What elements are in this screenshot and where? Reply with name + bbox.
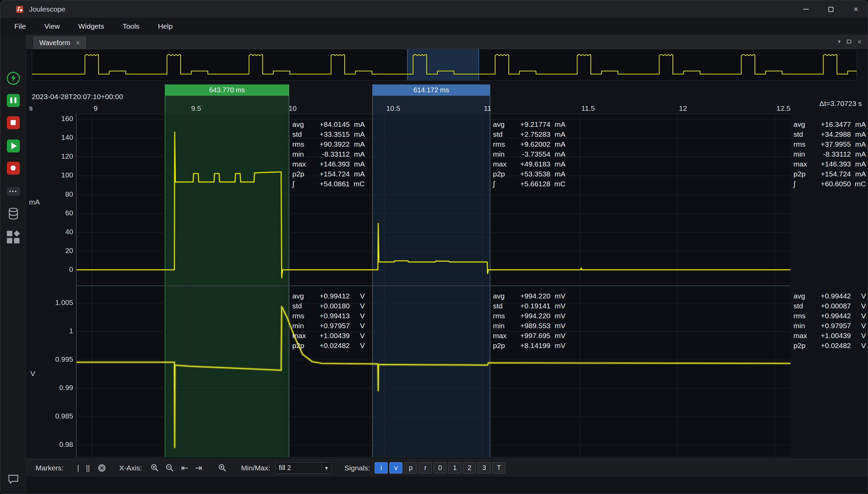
stat-value: +146.393 — [811, 160, 851, 168]
stat-row: std+2.75283mA — [493, 129, 565, 139]
markers-label: Markers: — [36, 464, 64, 472]
stat-unit: mA — [550, 170, 565, 178]
menu-tools[interactable]: Tools — [113, 18, 149, 35]
stat-label: ∫ — [793, 180, 811, 188]
signal-button-0[interactable]: 0 — [433, 462, 446, 473]
dock-close-icon[interactable]: × — [857, 38, 862, 46]
current-stats-green-region: avg+84.0145mAstd+33.3515mArms+90.3922mAm… — [292, 119, 365, 189]
stat-value: +37.9955 — [811, 140, 851, 148]
signal-button-v[interactable]: v — [389, 462, 402, 473]
stat-unit: V — [350, 302, 365, 310]
current-y-tick-label: 60 — [40, 209, 73, 217]
stat-row: avg+994.220mV — [493, 291, 565, 301]
marker-dual-button[interactable]: || — [84, 464, 92, 472]
stat-value: +0.97957 — [811, 322, 851, 330]
x-tick-label: 11 — [484, 104, 491, 112]
stat-label: min — [493, 150, 510, 158]
pause-icon — [7, 94, 20, 107]
pause-button[interactable] — [6, 93, 20, 107]
signal-button-3[interactable]: 3 — [478, 462, 491, 473]
play-icon — [7, 139, 20, 152]
stat-value: +84.0145 — [309, 120, 350, 129]
x-tick-label: 11.5 — [582, 104, 595, 112]
stat-row: min-3.73554mA — [493, 149, 565, 159]
memory-buffer-button[interactable] — [6, 206, 20, 221]
stop-button[interactable] — [6, 116, 20, 130]
stat-unit: V — [350, 322, 365, 330]
x-tick-label: 9.5 — [191, 104, 201, 112]
maximize-button[interactable] — [818, 0, 843, 18]
ellipsis-icon: ••• — [6, 187, 20, 196]
stat-unit: mA — [350, 130, 365, 138]
signals-group: ivpr0123T — [375, 462, 507, 473]
stat-label: p2p — [793, 342, 811, 350]
menu-widgets[interactable]: Widgets — [69, 18, 113, 35]
pan-left-button[interactable]: ⇤ — [179, 463, 190, 473]
signal-button-i[interactable]: i — [375, 462, 388, 473]
stat-value: +1.00439 — [309, 332, 350, 340]
stat-value: +33.3515 — [309, 130, 350, 138]
stat-label: avg — [793, 292, 811, 300]
stat-unit: mA — [851, 130, 866, 138]
signal-button-1[interactable]: 1 — [448, 462, 461, 473]
stat-row: p2p+154.724mA — [793, 169, 866, 179]
voltage-plot-svg[interactable] — [76, 285, 790, 457]
stat-row: max+146.393mA — [292, 159, 365, 169]
widgets-button[interactable] — [6, 230, 20, 244]
tab-close-icon[interactable]: × — [76, 39, 80, 47]
signal-button-2[interactable]: 2 — [463, 462, 476, 473]
stat-label: p2p — [793, 170, 811, 178]
xaxis-unit-label: s — [29, 104, 33, 112]
stat-label: min — [793, 322, 811, 330]
menu-help[interactable]: Help — [149, 18, 182, 35]
stat-label: p2p — [493, 342, 510, 350]
stat-unit: mA — [851, 150, 866, 158]
signal-button-T[interactable]: T — [492, 462, 505, 473]
energy-button[interactable] — [6, 71, 20, 85]
more-options-button[interactable]: ••• — [6, 184, 20, 198]
menu-file[interactable]: File — [5, 18, 35, 35]
stat-value: +9.21774 — [510, 120, 550, 129]
float-dock-icon[interactable] — [847, 40, 851, 43]
tab-waveform[interactable]: Waveform × — [34, 37, 86, 49]
chevron-down-icon[interactable]: ▾ — [838, 38, 841, 45]
stat-label: min — [292, 150, 309, 158]
stat-unit: mV — [550, 312, 565, 320]
close-icon: × — [853, 4, 858, 14]
close-button[interactable]: × — [843, 0, 868, 18]
pan-right-button[interactable]: ⇥ — [192, 463, 204, 473]
zoom-in-button[interactable] — [149, 462, 160, 474]
overview-strip[interactable] — [32, 49, 857, 81]
stat-unit: V — [350, 292, 365, 300]
minmax-select[interactable]: fill 2 ▾ — [275, 462, 332, 474]
stat-label: max — [493, 160, 510, 168]
stat-label: avg — [493, 292, 510, 300]
record-button[interactable] — [6, 161, 20, 175]
menu-view[interactable]: View — [35, 18, 69, 35]
minimize-button[interactable] — [793, 0, 818, 18]
zoom-out-button[interactable] — [164, 462, 175, 474]
stat-row: avg+9.21774mA — [493, 119, 565, 129]
marker-clear-button[interactable] — [96, 462, 108, 474]
stat-unit: mV — [550, 322, 565, 330]
feedback-button[interactable] — [6, 472, 20, 486]
stat-row: p2p+154.724mA — [292, 169, 365, 179]
stat-unit: mA — [350, 160, 365, 168]
play-button[interactable] — [6, 139, 20, 153]
voltage-y-tick-label: 0.98 — [40, 440, 73, 449]
stat-unit: mV — [550, 302, 565, 310]
zoom-all-button[interactable] — [216, 462, 228, 474]
marker-single-button[interactable]: | — [75, 464, 81, 472]
signal-button-r[interactable]: r — [419, 462, 432, 473]
stat-row: min-8.33112mA — [793, 149, 866, 159]
stat-unit: mA — [550, 140, 565, 148]
green-marker-duration-badge[interactable]: 643.770 ms — [165, 84, 289, 96]
stat-row: p2p+0.02482V — [292, 341, 365, 350]
stat-label: rms — [292, 140, 309, 148]
stat-row: max+1.00439V — [793, 331, 866, 341]
current-plot-svg[interactable] — [76, 114, 790, 285]
signal-button-p[interactable]: p — [404, 462, 417, 473]
voltage-stats-green-region: avg+0.99412Vstd+0.00180Vrms+0.99413Vmin+… — [292, 291, 365, 350]
blue-marker-duration-badge[interactable]: 614.172 ms — [372, 84, 490, 96]
stat-row: max+49.6183mA — [493, 159, 565, 169]
